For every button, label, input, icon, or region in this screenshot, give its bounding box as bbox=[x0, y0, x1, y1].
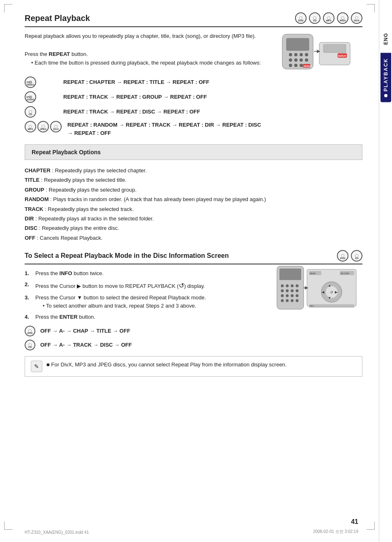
playback-tab: PLAYBACK bbox=[380, 53, 391, 102]
svg-text:↺: ↺ bbox=[330, 290, 333, 294]
flow-dvd-icon: DVD bbox=[25, 326, 35, 336]
svg-text:RETURN: RETURN bbox=[341, 272, 349, 275]
section2-title: To Select a Repeat Playback Mode in the … bbox=[25, 252, 229, 259]
svg-text:MENU: MENU bbox=[310, 272, 316, 275]
svg-point-5 bbox=[305, 53, 308, 56]
option-track: TRACK : Repeatedly plays the selected tr… bbox=[25, 204, 362, 214]
flow-cd-icon: CD bbox=[25, 340, 35, 350]
svg-point-24 bbox=[291, 285, 294, 287]
note-bullet: ■ bbox=[46, 361, 50, 368]
dvd-audio-disc-icon: DVDAUDIO bbox=[25, 91, 36, 103]
options-list: CHAPTER : Repeatedly plays the selected … bbox=[25, 166, 362, 243]
svg-rect-16 bbox=[323, 44, 346, 53]
option-chapter: CHAPTER : Repeatedly plays the selected … bbox=[25, 166, 362, 175]
option-title: TITLE : Repeatedly plays the selected ti… bbox=[25, 175, 362, 185]
svg-point-29 bbox=[296, 290, 299, 292]
svg-point-37 bbox=[296, 299, 299, 302]
step-2-num: 2. bbox=[25, 280, 32, 291]
svg-point-2 bbox=[289, 53, 292, 56]
step-4-body: Press the ENTER button. bbox=[35, 313, 268, 322]
flow-cd-text: OFF → A- → TRACK → DISC → OFF bbox=[40, 341, 362, 349]
step-3-body: Press the Cursor ▼ button to select the … bbox=[35, 294, 268, 311]
step-2: 2. Press the Cursor ▶ button to move to … bbox=[25, 280, 268, 291]
note-icon: ✎ bbox=[31, 361, 42, 372]
section1-heading: Repeat Playback DVD CD MP3 JPEG DivX bbox=[25, 12, 362, 27]
option-group: GROUP : Repeatedly plays the selected gr… bbox=[25, 185, 362, 195]
divx-icon: DivX bbox=[351, 12, 362, 24]
option-dir: DIR : Repeatedly plays all tracks in the… bbox=[25, 214, 362, 223]
svg-point-22 bbox=[281, 285, 284, 287]
svg-point-9 bbox=[305, 58, 308, 62]
step-1-body: Press the INFO button twice. bbox=[35, 269, 268, 278]
mp3-icon: MP3 bbox=[323, 12, 334, 24]
cd-icon-set: CD bbox=[25, 106, 58, 118]
playback-dot bbox=[384, 94, 387, 97]
svg-point-7 bbox=[294, 58, 297, 62]
svg-point-11 bbox=[294, 64, 297, 67]
svg-point-8 bbox=[300, 58, 303, 62]
dvd-video-icon-set: DVDVIDEO bbox=[25, 76, 58, 88]
disc-icons-row: DVD CD MP3 JPEG DivX bbox=[295, 12, 362, 24]
svg-point-10 bbox=[289, 64, 292, 67]
svg-point-3 bbox=[294, 53, 297, 56]
note-box: ✎ ■ For DivX, MP3 and JPEG discs, you ca… bbox=[25, 356, 362, 377]
remote-image-area: REPEAT REPEAT bbox=[280, 32, 362, 72]
svg-point-35 bbox=[286, 299, 289, 302]
jpeg-disc-icon: JPEG bbox=[37, 121, 49, 132]
svg-point-25 bbox=[296, 285, 299, 287]
svg-text:REPEAT: REPEAT bbox=[304, 65, 312, 67]
svg-point-26 bbox=[281, 290, 284, 292]
svg-point-12 bbox=[300, 64, 303, 67]
divx-disc-icon2: DivX bbox=[50, 121, 62, 132]
repeat-flow-cd-text: REPEAT : TRACK → REPEAT : DISC → REPEAT … bbox=[63, 108, 362, 116]
step-3-num: 3. bbox=[25, 294, 32, 311]
note-text: For DivX, MP3 and JPEG discs, you cannot… bbox=[51, 361, 286, 368]
step-3: 3. Press the Cursor ▼ button to select t… bbox=[25, 294, 268, 311]
svg-point-4 bbox=[300, 53, 303, 56]
option-off: OFF : Cancels Repeat Playback. bbox=[25, 233, 362, 243]
playback-label: PLAYBACK bbox=[383, 58, 389, 92]
option-random: RANDOM : Plays tracks in random order. (… bbox=[25, 195, 362, 204]
svg-point-6 bbox=[289, 58, 292, 62]
repeat-flow-dvd-video-text: REPEAT : CHAPTER → REPEAT : TITLE → REPE… bbox=[63, 78, 362, 86]
svg-point-23 bbox=[286, 285, 289, 287]
section2-dvd-icon: DVD bbox=[337, 250, 348, 262]
step-4-num: 4. bbox=[25, 313, 32, 322]
mp3-jpeg-divx-icon-set: MP3 JPEG DivX bbox=[25, 121, 62, 132]
page: Repeat Playback DVD CD MP3 JPEG DivX bbox=[0, 0, 392, 542]
dvd-icon: DVD bbox=[295, 12, 307, 24]
svg-rect-1 bbox=[286, 38, 309, 51]
step-2-body: Press the Cursor ▶ button to move to REP… bbox=[35, 280, 268, 291]
screen-remote-area: MENU RETURN ↺ ▲ ▼ ◀ ▶ REC bbox=[276, 265, 362, 314]
svg-point-28 bbox=[291, 290, 294, 292]
section2-heading: To Select a Repeat Playback Mode in the … bbox=[25, 250, 362, 264]
page-number: 41 bbox=[351, 518, 358, 526]
right-sidebar: ENG PLAYBACK bbox=[379, 0, 392, 542]
svg-rect-50 bbox=[309, 304, 354, 308]
svg-text:REC: REC bbox=[310, 305, 314, 307]
svg-point-31 bbox=[286, 294, 289, 297]
repeat-button-label: REPEAT bbox=[49, 51, 70, 57]
svg-text:▼: ▼ bbox=[328, 296, 331, 300]
dvd-audio-icon-set: DVDAUDIO bbox=[25, 91, 58, 103]
section2-cd-icon: CD bbox=[351, 250, 362, 262]
repeat-row-dvd-video: DVDVIDEO REPEAT : CHAPTER → REPEAT : TIT… bbox=[25, 76, 362, 88]
repeat-row-mp3-jpeg-divx: MP3 JPEG DivX REPEAT : RANDOM → REPEAT :… bbox=[25, 121, 362, 137]
svg-rect-21 bbox=[279, 269, 301, 280]
flow-dvd-text: OFF → A- → CHAP → TITLE → OFF bbox=[40, 327, 362, 335]
repeat-row-cd: CD REPEAT : TRACK → REPEAT : DISC → REPE… bbox=[25, 106, 362, 118]
svg-point-33 bbox=[296, 294, 299, 297]
footer-filename: HT-Z310_XAA(ENG)_0201.indd 41 bbox=[25, 530, 89, 535]
flow-row-cd: CD OFF → A- → TRACK → DISC → OFF bbox=[25, 340, 362, 350]
options-box-label: Repeat Playback Options bbox=[32, 149, 101, 155]
page-footer: 41 bbox=[351, 518, 358, 526]
svg-point-30 bbox=[281, 294, 284, 297]
step-1-num: 1. bbox=[25, 269, 32, 278]
flow-section-2: DVD OFF → A- → CHAP → TITLE → OFF CD OFF… bbox=[25, 326, 362, 350]
note-content: ■ For DivX, MP3 and JPEG discs, you cann… bbox=[46, 361, 286, 369]
svg-point-27 bbox=[286, 290, 289, 292]
svg-point-34 bbox=[281, 299, 284, 302]
svg-text:▲: ▲ bbox=[328, 284, 331, 287]
options-box: Repeat Playback Options bbox=[25, 144, 362, 160]
step-1: 1. Press the INFO button twice. bbox=[25, 269, 268, 278]
